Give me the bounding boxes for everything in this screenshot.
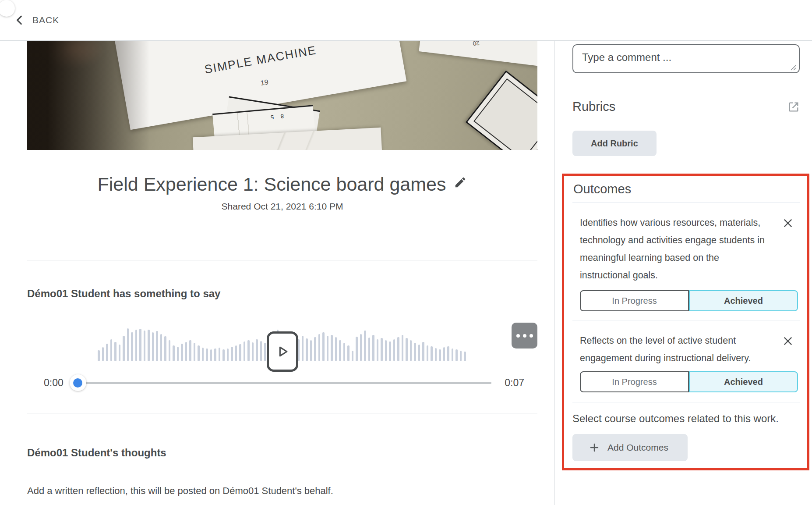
- divider: [572, 202, 800, 203]
- paper-bottom-edge: [193, 128, 383, 150]
- close-icon: [782, 217, 794, 229]
- evidence-main: SIMPLE MACHINE 19 20 8 5 Field Experienc…: [0, 41, 554, 505]
- page-title: Field Experience 1: Science board games: [98, 174, 446, 195]
- remove-outcome-button[interactable]: [782, 335, 794, 347]
- outcome-text: Reflects on the level of active student …: [580, 332, 782, 367]
- evidence-thumbnail[interactable]: [0, 0, 15, 17]
- worksheet-paper: SIMPLE MACHINE 19: [108, 41, 406, 130]
- ellipsis-icon: [516, 334, 520, 338]
- thoughts-heading: Démo01 Student's thoughts: [27, 447, 537, 459]
- shared-timestamp: Shared Oct 21, 2021 6:10 PM: [27, 201, 537, 212]
- worksheet-title: SIMPLE MACHINE: [203, 43, 317, 77]
- plus-icon: [589, 442, 600, 453]
- seek-track[interactable]: [71, 382, 491, 384]
- add-outcomes-label: Add Outcomes: [607, 442, 668, 453]
- edit-title-icon[interactable]: [454, 176, 467, 189]
- audio-section-heading: Démo01 Student has something to say: [27, 288, 537, 300]
- achieved-button[interactable]: Achieved: [689, 371, 798, 392]
- card-stack-marks: 8 5: [268, 113, 284, 121]
- card-stack-middle: 8 5: [215, 106, 325, 150]
- achieved-button[interactable]: Achieved: [689, 290, 798, 311]
- outcomes-highlight-box: Outcomes Identifies how various resource…: [562, 174, 809, 470]
- play-icon: [275, 344, 290, 359]
- card-stack-right: [466, 71, 537, 150]
- back-button[interactable]: BACK: [14, 14, 59, 26]
- worksheet-paper-right: 20: [419, 41, 537, 74]
- outcomes-heading: Outcomes: [572, 182, 800, 196]
- worksheet-page-number-right: 20: [473, 41, 480, 47]
- duration: 0:07: [505, 377, 524, 389]
- video-preview[interactable]: SIMPLE MACHINE 19 20 8 5: [27, 41, 537, 150]
- audio-player: 0:00 0:07: [27, 325, 537, 392]
- thoughts-body: Add a written reflection, this will be p…: [27, 485, 537, 497]
- comment-input[interactable]: [572, 44, 800, 73]
- open-rubrics-panel-icon[interactable]: [787, 101, 800, 113]
- top-bar: BACK: [0, 0, 812, 41]
- in-progress-button[interactable]: In Progress: [580, 371, 689, 392]
- divider: [27, 260, 537, 260]
- outcome-text: Identifies how various resources, materi…: [580, 214, 782, 284]
- outcome-item: Reflects on the level of active student …: [572, 332, 800, 367]
- outcome-item: Identifies how various resources, materi…: [572, 214, 800, 284]
- divider: [572, 320, 800, 320]
- seek-bar[interactable]: [71, 374, 491, 391]
- rubrics-heading: Rubrics: [572, 100, 615, 114]
- chevron-left-icon: [14, 14, 25, 26]
- outcomes-helper-text: Select course outcomes related to this w…: [572, 409, 800, 428]
- more-options-button[interactable]: [512, 323, 537, 349]
- remove-outcome-button[interactable]: [782, 217, 794, 229]
- add-outcomes-button[interactable]: Add Outcomes: [572, 434, 688, 461]
- divider: [27, 413, 537, 413]
- worksheet-page-number: 19: [260, 78, 269, 87]
- add-rubric-button[interactable]: Add Rubric: [572, 131, 657, 156]
- current-time: 0:00: [44, 377, 64, 389]
- hand-shadow: [39, 41, 105, 69]
- seek-thumb[interactable]: [70, 374, 86, 391]
- evidence-sidebar: Rubrics Add Rubric Outcomes Identifies h…: [554, 41, 812, 505]
- back-label[interactable]: BACK: [32, 15, 59, 25]
- divider: [572, 402, 800, 402]
- close-icon: [782, 335, 794, 347]
- in-progress-button[interactable]: In Progress: [580, 290, 689, 311]
- play-button[interactable]: [267, 331, 298, 372]
